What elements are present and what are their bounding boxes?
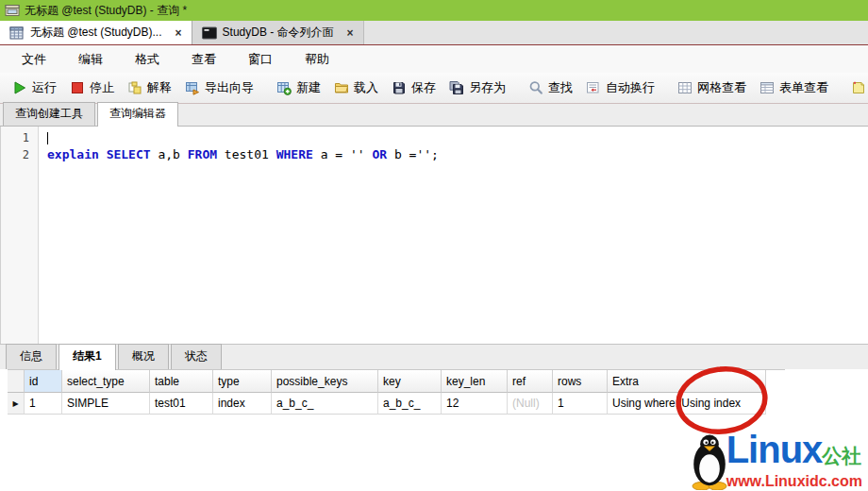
toolbar-button[interactable]: 运行 <box>6 76 63 99</box>
sql-token: a,b <box>151 147 188 161</box>
run-icon <box>12 80 27 95</box>
save-icon <box>392 80 407 95</box>
toolbar-button-label: 查找 <box>548 79 573 96</box>
code-line[interactable]: explain SELECT a,b FROM test01 WHERE a =… <box>40 146 868 163</box>
document-tab-bar: 无标题 @test (StudyDB)...×StudyDB - 命令列介面× <box>0 21 868 45</box>
sql-token: a = '' <box>313 147 373 161</box>
toolbar-button[interactable]: 网格查看 <box>671 76 753 99</box>
document-tab[interactable]: StudyDB - 命令列介面× <box>192 21 364 44</box>
tab-label: StudyDB - 命令列介面 <box>223 25 334 41</box>
column-header[interactable]: possible_keys <box>272 370 378 393</box>
table-row: ▶1SIMPLEtest01indexa_b_c_a_b_c_12(Null)1… <box>8 393 785 415</box>
logo-url-text: www.Linuxidc.com <box>726 473 862 490</box>
toolbar-button[interactable]: 另存为 <box>442 76 512 99</box>
row-selector-header[interactable] <box>8 370 25 393</box>
table-cell[interactable]: (Null) <box>508 393 553 415</box>
toolbar-button-label: 停止 <box>90 79 114 96</box>
menu-bar: 文件编辑格式查看窗口帮助 <box>0 45 868 73</box>
column-header[interactable]: key <box>378 370 442 393</box>
new-query-icon <box>276 80 292 95</box>
grid-view-icon <box>677 80 693 95</box>
toolbar-button-label: 载入 <box>354 79 378 96</box>
linuxidc-logo: Linux公社 www.Linuxidc.com <box>685 433 862 490</box>
sql-editor[interactable]: 12 explain SELECT a,b FROM test01 WHERE … <box>0 127 868 344</box>
table-cell[interactable]: 1 <box>553 393 608 415</box>
column-header[interactable]: type <box>213 370 272 393</box>
toolbar-button[interactable]: 载入 <box>327 76 385 99</box>
document-tab[interactable]: 无标题 @test (StudyDB)...× <box>0 21 192 44</box>
column-header[interactable]: rows <box>553 370 608 393</box>
result-tab[interactable]: 状态 <box>171 344 222 369</box>
window-title: 无标题 @test (StudyDB) - 查询 * <box>25 3 187 19</box>
result-grid: idselect_typetabletypepossible_keyskeyke… <box>8 369 785 415</box>
table-cell[interactable]: a_b_c_ <box>378 393 442 415</box>
toolbar-button[interactable]: 保存 <box>385 76 442 99</box>
toolbar-button[interactable]: 自动换行 <box>579 76 661 99</box>
close-icon[interactable]: × <box>175 26 182 40</box>
column-header[interactable]: key_len <box>442 370 508 393</box>
app-window: 无标题 @test (StudyDB) - 查询 * 无标题 @test (St… <box>0 0 868 491</box>
export-wizard-icon <box>185 80 200 95</box>
table-cell[interactable]: SIMPLE <box>62 393 150 415</box>
column-header[interactable]: ref <box>508 370 553 393</box>
query-tab[interactable]: 查询创建工具 <box>3 102 95 126</box>
sql-token: test01 <box>217 147 276 161</box>
memo-icon <box>851 80 866 95</box>
toolbar-button-label: 新建 <box>296 79 321 96</box>
result-tab[interactable]: 信息 <box>6 344 57 369</box>
close-icon[interactable]: × <box>347 26 354 40</box>
toolbar-button[interactable]: 查找 <box>522 76 579 99</box>
word-wrap-icon <box>586 80 601 95</box>
table-cell[interactable]: 1 <box>25 393 62 415</box>
toolbar-button[interactable]: 停止 <box>63 76 121 99</box>
table-cell[interactable]: 12 <box>442 393 508 415</box>
sql-code-area[interactable]: explain SELECT a,b FROM test01 WHERE a =… <box>40 129 868 163</box>
menu-item[interactable]: 格式 <box>119 46 175 73</box>
load-icon <box>334 80 349 95</box>
query-tab-bar: 查询创建工具查询编辑器 <box>0 104 868 127</box>
column-header[interactable]: select_type <box>62 370 150 393</box>
save-as-icon <box>449 80 464 95</box>
sql-token: WHERE <box>276 147 313 161</box>
query-window-icon <box>5 3 20 18</box>
sql-token <box>99 147 107 161</box>
code-line[interactable] <box>40 129 868 146</box>
tab-label: 无标题 @test (StudyDB)... <box>30 25 162 41</box>
column-header[interactable]: id <box>25 370 62 393</box>
toolbar-button[interactable]: 解释 <box>121 76 178 99</box>
sql-token: OR <box>372 147 387 161</box>
toolbar-button[interactable]: 表单查看 <box>753 76 835 99</box>
toolbar-button-label: 保存 <box>411 79 436 96</box>
sql-token: b =''; <box>387 147 439 161</box>
query-grid-icon <box>9 25 25 41</box>
row-marker-icon[interactable]: ▶ <box>8 393 25 415</box>
table-cell[interactable]: test01 <box>150 393 213 415</box>
window-titlebar: 无标题 @test (StudyDB) - 查询 * <box>0 0 868 21</box>
table-cell[interactable]: a_b_c_ <box>272 393 378 415</box>
menu-item[interactable]: 编辑 <box>62 46 119 73</box>
table-cell[interactable]: Using where; Using index <box>608 393 766 415</box>
toolbar-button-label: 运行 <box>32 79 57 96</box>
table-cell[interactable]: index <box>213 393 272 415</box>
find-icon <box>528 80 543 95</box>
sql-token: FROM <box>188 147 217 161</box>
logo-suffix-text: 公社 <box>822 445 861 466</box>
result-tab-bar: 信息结果1概况状态 <box>0 344 868 369</box>
menu-item[interactable]: 查看 <box>175 46 232 73</box>
menu-item[interactable]: 文件 <box>6 46 62 73</box>
toolbar: 运行停止解释导出向导新建载入保存另存为查找自动换行网格查看表单查看备注十六进制 <box>0 73 868 104</box>
menu-item[interactable]: 帮助 <box>289 46 345 73</box>
form-view-icon <box>760 80 775 95</box>
menu-item[interactable]: 窗口 <box>232 46 289 73</box>
line-number: 1 <box>1 129 38 146</box>
toolbar-button[interactable]: 备注 <box>844 76 868 99</box>
result-tab[interactable]: 概况 <box>118 344 169 369</box>
explain-icon <box>127 80 142 95</box>
toolbar-button[interactable]: 导出向导 <box>178 76 260 99</box>
column-header[interactable]: Extra <box>608 370 766 393</box>
query-tab[interactable]: 查询编辑器 <box>97 102 178 127</box>
console-icon <box>202 25 217 41</box>
column-header[interactable]: table <box>150 370 213 393</box>
toolbar-button[interactable]: 新建 <box>270 76 327 99</box>
result-tab[interactable]: 结果1 <box>58 344 116 370</box>
